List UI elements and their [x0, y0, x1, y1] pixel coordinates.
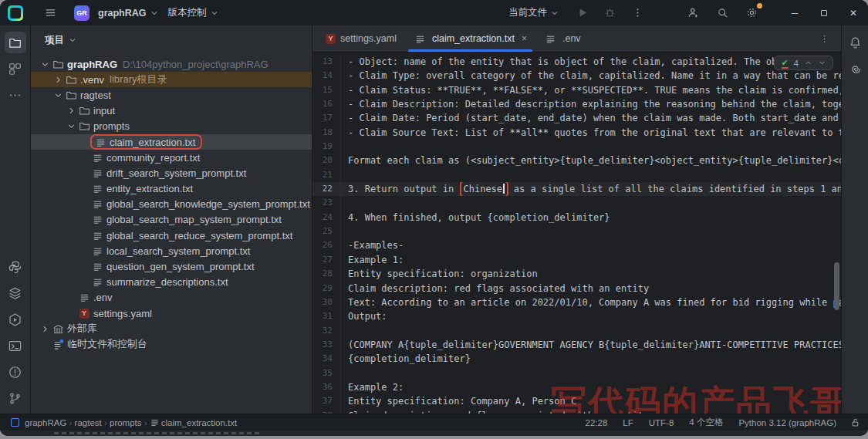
- tree-item-.venv[interactable]: .venvlibrary根目录: [31, 72, 312, 87]
- breadcrumb-item[interactable]: ragtest: [75, 418, 102, 427]
- tree-item-local_search_system_prompt.txt[interactable]: local_search_system_prompt.txt: [31, 243, 312, 258]
- close-button[interactable]: ✕: [839, 0, 868, 25]
- tab-env[interactable]: .env: [535, 25, 589, 52]
- status-widget[interactable]: Python 3.12 (graphRAG): [738, 418, 836, 427]
- tree-item-summarize_descriptions.txt[interactable]: summarize_descriptions.txt: [31, 275, 312, 290]
- minimize-button[interactable]: ─: [780, 0, 809, 25]
- editor-line-28[interactable]: 28Entity specification: organization: [312, 267, 841, 281]
- editor-line-35[interactable]: 35: [312, 366, 841, 380]
- tree-item-ragtest[interactable]: ragtest: [31, 87, 312, 103]
- editor-line-26[interactable]: 26-Examples-: [312, 238, 841, 252]
- run-widget-icon[interactable]: [5, 309, 26, 330]
- editor-line-25[interactable]: 25: [312, 225, 841, 238]
- breadcrumb-item[interactable]: prompts: [110, 418, 142, 427]
- chevron-right-icon[interactable]: [52, 73, 64, 86]
- chevron-down-icon[interactable]: [65, 120, 77, 133]
- ai-assistant-icon[interactable]: [844, 58, 866, 79]
- tab-options-kebab-icon[interactable]: [808, 25, 841, 52]
- tree-item-.env[interactable]: .env: [31, 290, 312, 306]
- tab-claim-extraction[interactable]: claim_extraction.txt ×: [405, 25, 535, 52]
- chevron-down-icon[interactable]: [39, 58, 51, 70]
- more-toolwindows-icon[interactable]: [5, 84, 26, 106]
- editor-line-38[interactable]: 38Claim description: red flags associate…: [312, 409, 841, 414]
- tree-item-drift_search_system_prompt.txt[interactable]: drift_search_system_prompt.txt: [31, 165, 312, 181]
- breadcrumb-item[interactable]: graphRAG: [25, 418, 66, 427]
- problems-icon[interactable]: [5, 361, 26, 383]
- editor-line-31[interactable]: 31Output:: [312, 309, 841, 323]
- editor-line-20[interactable]: 20Format each claim as (<subject_entity>…: [312, 154, 841, 167]
- tree-item-community_report.txt[interactable]: community_report.txt: [31, 150, 312, 165]
- chevron-down-icon[interactable]: [52, 89, 64, 101]
- editor-line-36[interactable]: 36Example 2:: [312, 380, 841, 394]
- text-file-icon: [77, 292, 91, 304]
- tree-item-global_search_knowledge_system_prompt.txt[interactable]: global_search_knowledge_system_prompt.tx…: [31, 197, 312, 212]
- tree-item-settings.yaml[interactable]: Ysettings.yaml: [31, 306, 312, 321]
- status-widget[interactable]: 4 个空格: [689, 417, 723, 428]
- version-control-branch-icon[interactable]: [5, 387, 26, 409]
- maximize-button[interactable]: [809, 0, 839, 25]
- editor-line-13[interactable]: 13- Object: name of the entity that is o…: [312, 55, 841, 69]
- services-icon[interactable]: [5, 282, 26, 304]
- terminal-icon[interactable]: [5, 335, 26, 356]
- structure-icon[interactable]: [5, 58, 26, 79]
- tree-item-question_gen_system_prompt.txt[interactable]: question_gen_system_prompt.txt: [31, 258, 312, 274]
- editor-line-30[interactable]: 30Text: According to an article on 2022/…: [312, 295, 841, 309]
- chevron-spacer: [78, 136, 90, 148]
- inspection-widget[interactable]: ✔ 4: [774, 56, 833, 70]
- project-panel-header[interactable]: 项目: [31, 25, 312, 55]
- status-widget[interactable]: 22:28: [586, 418, 608, 427]
- editor-line-14[interactable]: 14- Claim Type: overall category of the …: [312, 69, 841, 83]
- editor-line-19[interactable]: 19: [312, 140, 841, 154]
- python-packages-icon[interactable]: [5, 256, 26, 278]
- chevron-right-icon[interactable]: [39, 322, 51, 335]
- editor-line-17[interactable]: 17- Claim Date: Period (start_date, end_…: [312, 111, 841, 125]
- editor-line-22[interactable]: 223. Return output in Chinese as a singl…: [312, 182, 841, 196]
- unlock-icon[interactable]: [850, 417, 860, 427]
- editor-line-34[interactable]: 34{completion_delimiter}: [312, 352, 841, 366]
- status-widget[interactable]: LF: [623, 418, 633, 427]
- more-kebab-icon[interactable]: [627, 3, 647, 23]
- run-configuration-selector[interactable]: 当前文件: [504, 4, 564, 22]
- tree-item-entity_extraction.txt[interactable]: entity_extraction.txt: [31, 181, 312, 197]
- debug-bug-icon[interactable]: [599, 3, 620, 23]
- chevron-right-icon[interactable]: [65, 105, 77, 117]
- tab-settings-yaml[interactable]: Y settings.yaml: [317, 25, 405, 52]
- add-user-icon[interactable]: [683, 3, 703, 23]
- hamburger-menu-icon[interactable]: [40, 3, 60, 23]
- editor-line-27[interactable]: 27Example 1:: [312, 253, 841, 267]
- tree-item-global_search_reduce_system_prompt.txt[interactable]: global_search_reduce_system_prompt.txt: [31, 228, 312, 243]
- editor-scrollbar-thumb[interactable]: [834, 262, 839, 310]
- close-tab-icon[interactable]: ×: [522, 33, 527, 44]
- notifications-bell-icon[interactable]: [844, 32, 866, 53]
- tree-item--[interactable]: 临时文件和控制台: [31, 336, 312, 352]
- editor-line-29[interactable]: 29Claim description: red flags associate…: [312, 282, 841, 295]
- editor-line-16[interactable]: 16- Claim Description: Detailed descript…: [312, 97, 841, 111]
- prev-problem-icon[interactable]: [804, 59, 812, 67]
- editor-line-23[interactable]: 23: [312, 196, 841, 210]
- status-widget[interactable]: UTF-8: [649, 418, 674, 427]
- editor-line-18[interactable]: 18- Claim Source Text: List of **all** q…: [312, 126, 841, 140]
- next-problem-icon[interactable]: [818, 59, 826, 67]
- vcs-widget[interactable]: 版本控制: [164, 4, 224, 22]
- tree-item-input[interactable]: input: [31, 103, 312, 119]
- tree-item-prompts[interactable]: prompts: [31, 119, 312, 134]
- search-icon[interactable]: [712, 3, 732, 23]
- line-text: Claim description: red flags associated …: [340, 409, 841, 414]
- tree-item-label: entity_extraction.txt: [106, 183, 193, 194]
- breadcrumb-item[interactable]: claim_extraction.txt: [161, 418, 237, 427]
- editor-line-32[interactable]: 32: [312, 324, 841, 338]
- run-play-icon[interactable]: [572, 3, 592, 23]
- editor-line-24[interactable]: 244. When finished, output {completion_d…: [312, 211, 841, 225]
- editor-line-37[interactable]: 37Entity specification: Company A, Perso…: [312, 394, 841, 408]
- editor-line-15[interactable]: 15- Claim Status: **TRUE**, **FALSE**, o…: [312, 83, 841, 97]
- code-editor[interactable]: 13- Object: name of the entity that is o…: [312, 52, 841, 414]
- tree-item-graphRAG[interactable]: graphRAGD:\104python_project\graphRAG: [31, 56, 312, 72]
- project-folder-icon[interactable]: [5, 32, 26, 53]
- project-widget[interactable]: GR graphRAG: [69, 4, 164, 22]
- settings-gear-icon[interactable]: [741, 3, 762, 23]
- tree-item-global_search_map_system_prompt.txt[interactable]: global_search_map_system_prompt.txt: [31, 212, 312, 228]
- editor-line-33[interactable]: 33(COMPANY A{tuple_delimiter}GOVERNMENT …: [312, 338, 841, 352]
- tree-item-claim_extraction.txt[interactable]: claim_extraction.txt: [31, 134, 312, 150]
- tree-item--[interactable]: 外部库: [31, 321, 312, 336]
- editor-line-21[interactable]: 21: [312, 168, 841, 182]
